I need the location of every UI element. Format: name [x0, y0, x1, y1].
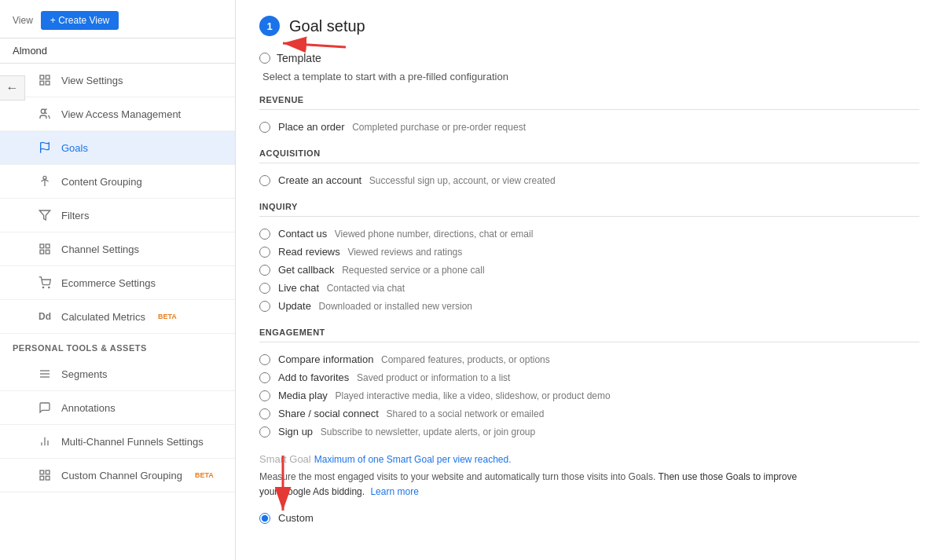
- nav-segments[interactable]: Segments: [0, 357, 235, 391]
- nav-content-grouping[interactable]: Content Grouping: [0, 165, 235, 199]
- compare-info-option: Compare information Compared features, p…: [259, 350, 919, 368]
- template-option: Template: [259, 52, 919, 64]
- svg-point-12: [42, 287, 43, 287]
- view-settings-icon: [38, 73, 52, 87]
- get-callback-label[interactable]: Get callback Requested service or a phon…: [278, 264, 485, 276]
- account-name: Almond: [0, 38, 235, 64]
- sign-up-label[interactable]: Sign up Subscribe to newsletter, update …: [278, 426, 535, 437]
- nav-calculated-metrics[interactable]: Dd Calculated Metrics BETA: [0, 300, 235, 334]
- nav-custom-channel-grouping[interactable]: Custom Channel Grouping BETA: [0, 459, 235, 492]
- read-reviews-desc: Viewed reviews and ratings: [347, 247, 462, 258]
- goals-icon: [38, 141, 52, 155]
- svg-rect-8: [40, 244, 44, 248]
- media-play-desc: Played interactive media, like a video, …: [336, 390, 611, 401]
- smart-goal-label: Smart Goal: [259, 453, 311, 465]
- smart-goal-limit: Maximum of one Smart Goal per view reach…: [314, 454, 512, 465]
- place-order-radio[interactable]: [259, 122, 270, 133]
- multi-channel-label: Multi-Channel Funnels Settings: [61, 436, 204, 448]
- svg-rect-10: [40, 250, 44, 254]
- nav-goals[interactable]: Goals: [0, 131, 235, 165]
- get-callback-radio[interactable]: [259, 265, 270, 276]
- live-chat-radio[interactable]: [259, 283, 270, 294]
- svg-rect-3: [46, 81, 50, 85]
- content-grouping-label: Content Grouping: [61, 176, 142, 188]
- place-order-desc: Completed purchase or pre-order request: [352, 122, 526, 133]
- sidebar-top: View + Create View: [0, 0, 235, 38]
- nav-annotations[interactable]: Annotations: [0, 391, 235, 425]
- contact-us-desc: Viewed phone number, directions, chat or…: [335, 229, 534, 240]
- inquiry-header: INQUIRY: [259, 202, 919, 217]
- update-option: Update Downloaded or installed new versi…: [259, 297, 919, 315]
- update-label[interactable]: Update Downloaded or installed new versi…: [278, 300, 472, 312]
- inquiry-category: INQUIRY Contact us Viewed phone number, …: [259, 202, 919, 315]
- media-play-label[interactable]: Media play Played interactive media, lik…: [278, 390, 611, 401]
- share-social-radio[interactable]: [259, 408, 270, 419]
- update-name: Update: [278, 300, 311, 312]
- goals-label: Goals: [61, 142, 88, 154]
- place-order-label[interactable]: Place an order Completed purchase or pre…: [278, 121, 526, 133]
- contact-us-option: Contact us Viewed phone number, directio…: [259, 225, 919, 243]
- compare-info-label[interactable]: Compare information Compared features, p…: [278, 353, 550, 365]
- content-grouping-icon: [38, 174, 52, 188]
- contact-us-label[interactable]: Contact us Viewed phone number, directio…: [278, 228, 533, 240]
- filters-icon: [38, 208, 52, 222]
- live-chat-desc: Contacted via chat: [327, 283, 405, 294]
- template-radio[interactable]: [259, 53, 270, 64]
- revenue-header: REVENUE: [259, 95, 919, 110]
- smart-goal-desc: Measure the most engaged visits to your …: [259, 470, 809, 500]
- svg-rect-21: [40, 470, 44, 474]
- get-callback-option: Get callback Requested service or a phon…: [259, 261, 919, 279]
- view-settings-label: View Settings: [61, 75, 123, 86]
- nav-filters[interactable]: Filters: [0, 199, 235, 232]
- share-social-option: Share / social connect Shared to a socia…: [259, 404, 919, 423]
- multi-channel-icon: [38, 434, 52, 448]
- media-play-option: Media play Played interactive media, lik…: [259, 386, 919, 404]
- back-button[interactable]: ←: [0, 75, 25, 101]
- share-social-desc: Shared to a social network or emailed: [387, 408, 545, 419]
- place-order-option: Place an order Completed purchase or pre…: [259, 118, 919, 136]
- view-label: View: [13, 15, 33, 26]
- engagement-category: ENGAGEMENT Compare information Compared …: [259, 328, 919, 441]
- engagement-header: ENGAGEMENT: [259, 328, 919, 342]
- template-subtitle: Select a template to start with a pre-fi…: [259, 71, 919, 82]
- compare-info-radio[interactable]: [259, 354, 270, 365]
- read-reviews-label[interactable]: Read reviews Viewed reviews and ratings: [278, 246, 462, 258]
- channel-settings-label: Channel Settings: [61, 243, 139, 255]
- learn-more-link[interactable]: Learn more: [370, 486, 418, 497]
- custom-label[interactable]: Custom: [278, 512, 314, 524]
- main-content: 1 Goal setup Template Select a template …: [236, 0, 943, 560]
- back-arrow-icon: ←: [6, 81, 19, 95]
- create-view-button[interactable]: + Create View: [41, 11, 119, 30]
- create-account-radio[interactable]: [259, 175, 270, 186]
- segments-label: Segments: [61, 368, 108, 380]
- calculated-metrics-icon: Dd: [38, 309, 52, 324]
- custom-radio[interactable]: [259, 513, 270, 524]
- read-reviews-radio[interactable]: [259, 247, 270, 258]
- add-favorites-radio[interactable]: [259, 372, 270, 383]
- svg-rect-23: [40, 476, 44, 480]
- live-chat-label[interactable]: Live chat Contacted via chat: [278, 282, 405, 294]
- svg-rect-11: [46, 250, 50, 254]
- nav-ecommerce-settings[interactable]: Ecommerce Settings: [0, 266, 235, 300]
- custom-option: Custom: [259, 512, 919, 524]
- place-order-name: Place an order: [278, 121, 345, 133]
- contact-us-radio[interactable]: [259, 229, 270, 240]
- share-social-name: Share / social connect: [278, 408, 379, 419]
- create-account-label[interactable]: Create an account Successful sign up, ac…: [278, 174, 556, 186]
- get-callback-desc: Requested service or a phone call: [342, 265, 484, 276]
- filters-label: Filters: [61, 210, 89, 221]
- update-radio[interactable]: [259, 301, 270, 312]
- nav-view-settings[interactable]: View Settings: [0, 64, 235, 97]
- nav-multi-channel[interactable]: Multi-Channel Funnels Settings: [0, 425, 235, 459]
- template-label[interactable]: Template: [277, 52, 321, 64]
- nav-channel-settings[interactable]: Channel Settings: [0, 232, 235, 266]
- nav-view-access-management[interactable]: View Access Management: [0, 97, 235, 131]
- media-play-radio[interactable]: [259, 390, 270, 401]
- add-favorites-label[interactable]: Add to favorites Saved product or inform…: [278, 372, 510, 383]
- personal-tools-header: PERSONAL TOOLS & ASSETS: [0, 334, 235, 357]
- sign-up-desc: Subscribe to newsletter, update alerts, …: [321, 426, 536, 437]
- share-social-label[interactable]: Share / social connect Shared to a socia…: [278, 408, 544, 419]
- sign-up-radio[interactable]: [259, 426, 270, 437]
- contact-us-name: Contact us: [278, 228, 327, 240]
- annotations-icon: [38, 401, 52, 415]
